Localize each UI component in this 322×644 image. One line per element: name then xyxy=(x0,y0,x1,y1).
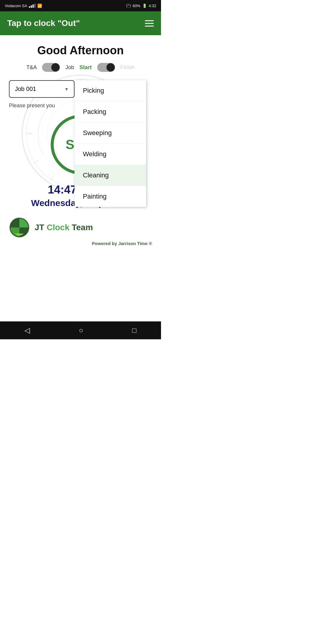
menu-button[interactable] xyxy=(145,20,154,27)
battery-icon: 🔋 xyxy=(142,4,147,8)
job-dropdown-wrapper: Job 001 ▼ Picking Packing Sweeping Weldi… xyxy=(9,80,75,98)
main-content: Good Afternoon T&A Job Start Finish Job … xyxy=(0,35,161,321)
bluetooth-icon: 📳 xyxy=(126,4,131,8)
status-right: 📳 60% 🔋 4:32 xyxy=(126,4,156,8)
page-title: Tap to clock "Out" xyxy=(7,18,80,28)
start-toggle[interactable] xyxy=(97,63,115,72)
logo-icon xyxy=(9,217,30,238)
menu-icon xyxy=(145,23,154,24)
carrier-text: Vodacom SA xyxy=(5,4,27,8)
dropdown-item-sweeping[interactable]: Sweeping xyxy=(75,123,146,144)
start-label: Start xyxy=(80,64,92,71)
task-dropdown-menu: Picking Packing Sweeping Welding Cleanin… xyxy=(75,80,146,207)
logo-clock: Clock xyxy=(47,223,72,232)
logo-team: Team xyxy=(72,223,93,232)
job-dropdown-value: Job 001 xyxy=(15,86,36,92)
dropdown-arrow-icon: ▼ xyxy=(64,87,69,92)
ta-label: T&A xyxy=(26,64,37,71)
present-text-content: Please present you xyxy=(9,103,55,109)
finish-label: Finish xyxy=(120,64,135,71)
dropdown-item-painting[interactable]: Painting xyxy=(75,186,146,207)
toggle-row: T&A Job Start Finish xyxy=(0,63,161,72)
job-dropdown[interactable]: Job 001 ▼ xyxy=(9,80,75,98)
nav-bar: ◁ ○ □ xyxy=(0,321,161,339)
signal-bars-icon xyxy=(29,4,35,8)
dropdown-item-picking[interactable]: Picking xyxy=(75,80,146,101)
wifi-icon: 📶 xyxy=(37,4,42,8)
clock-time: 4:32 xyxy=(149,4,156,8)
status-bar: Vodacom SA 📶 📳 60% 🔋 4:32 xyxy=(0,0,161,11)
ta-toggle-knob xyxy=(51,63,60,72)
menu-icon xyxy=(145,20,154,21)
logo-jt: JT xyxy=(35,223,47,232)
dropdown-item-cleaning[interactable]: Cleaning xyxy=(75,165,146,186)
job-label: Job xyxy=(65,64,74,71)
header: Tap to clock "Out" xyxy=(0,11,161,35)
menu-icon xyxy=(145,26,154,27)
logo-section: JT Clock Team xyxy=(0,208,161,241)
start-toggle-knob xyxy=(106,63,115,72)
status-left: Vodacom SA 📶 xyxy=(5,4,42,8)
battery-text: 60% xyxy=(133,4,140,8)
home-button[interactable]: ○ xyxy=(73,323,89,338)
svg-line-11 xyxy=(50,176,53,181)
ta-toggle[interactable] xyxy=(42,63,60,72)
greeting-text: Good Afternoon xyxy=(0,35,161,63)
recent-button[interactable]: □ xyxy=(126,323,143,338)
logo-text: JT Clock Team xyxy=(35,223,93,232)
dropdown-item-welding[interactable]: Welding xyxy=(75,144,146,165)
dropdown-item-packing[interactable]: Packing xyxy=(75,101,146,123)
back-button[interactable]: ◁ xyxy=(18,323,36,338)
powered-by-text: Powered by Jarrison Time ® xyxy=(0,241,161,252)
